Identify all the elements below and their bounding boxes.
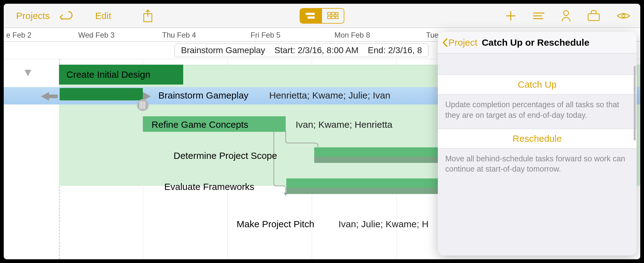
- toolbar: Projects Edit: [4, 4, 640, 28]
- popover-arrow: [598, 32, 609, 33]
- eye-icon[interactable]: [616, 11, 631, 21]
- view-segmented-control[interactable]: [300, 8, 344, 24]
- date-label: Mon Feb 8: [334, 31, 370, 39]
- completion-knob-icon[interactable]: [136, 98, 150, 112]
- date-label: e Feb 2: [6, 31, 31, 39]
- task-assignees: Ivan; Julie; Kwame; H: [338, 219, 429, 229]
- info-task-name: Brainstorm Gameplay: [181, 45, 265, 55]
- svg-rect-8: [336, 16, 338, 19]
- date-label: Wed Feb 3: [78, 31, 115, 39]
- catch-up-button[interactable]: Catch Up: [438, 75, 637, 95]
- svg-marker-12: [41, 92, 49, 101]
- scroll-indicator[interactable]: [634, 66, 636, 141]
- svg-point-11: [622, 14, 625, 17]
- task-info-capsule[interactable]: Brainstorm Gameplay Start: 2/3/16, 8:00 …: [175, 44, 429, 57]
- app-window: Projects Edit: [4, 4, 640, 259]
- share-icon[interactable]: [142, 9, 153, 23]
- task-bar[interactable]: [60, 88, 143, 100]
- svg-rect-6: [328, 16, 331, 19]
- svg-rect-2: [307, 16, 315, 19]
- svg-point-9: [564, 11, 569, 16]
- person-icon[interactable]: [561, 10, 571, 22]
- edit-button[interactable]: Edit: [95, 11, 111, 21]
- svg-rect-13: [49, 95, 58, 98]
- briefcase-icon[interactable]: [587, 10, 601, 22]
- back-label: Project: [448, 37, 477, 48]
- chevron-left-icon: [442, 37, 448, 48]
- task-label: Brainstorm Gameplay: [158, 90, 248, 101]
- task-label: Determine Project Scope: [174, 150, 277, 161]
- date-label: Fri Feb 5: [251, 31, 280, 39]
- disclosure-triangle-icon[interactable]: ▼: [22, 66, 34, 79]
- levels-icon[interactable]: [532, 11, 545, 21]
- catch-up-popover: Project Catch Up or Reschedule Catch Up …: [438, 32, 637, 256]
- svg-rect-3: [328, 12, 331, 15]
- date-label: Tue: [426, 31, 438, 39]
- reschedule-description: Move all behind-schedule tasks forward s…: [438, 149, 637, 183]
- svg-rect-4: [332, 12, 335, 15]
- svg-rect-1: [306, 13, 315, 15]
- add-icon[interactable]: [505, 10, 517, 22]
- back-button[interactable]: Project: [442, 37, 477, 48]
- popover-header: Project Catch Up or Reschedule: [438, 32, 637, 53]
- group-bar[interactable]: Create Initial Design: [59, 65, 183, 85]
- catch-up-description: Update completion percentages of all tas…: [438, 95, 637, 129]
- task-label: Evaluate Frameworks: [164, 182, 254, 192]
- group-label: Create Initial Design: [66, 69, 150, 80]
- info-start: Start: 2/3/16, 8:00 AM: [274, 45, 359, 55]
- task-bar[interactable]: [314, 147, 445, 163]
- task-assignees: Ivan; Kwame; Henrietta: [296, 119, 392, 130]
- task-label: Make Project Pitch: [237, 219, 314, 229]
- svg-rect-5: [336, 12, 338, 15]
- task-label: Refine Game Concepts: [152, 119, 248, 130]
- svg-rect-10: [588, 14, 599, 21]
- svg-rect-7: [332, 16, 335, 19]
- reschedule-button[interactable]: Reschedule: [438, 129, 637, 149]
- projects-button[interactable]: Projects: [16, 11, 50, 21]
- task-assignees: Henrietta; Kwame; Julie; Ivan: [269, 90, 390, 101]
- date-label: Thu Feb 4: [162, 31, 196, 39]
- gantt-view-segment[interactable]: [300, 9, 322, 23]
- popover-title: Catch Up or Reschedule: [482, 37, 589, 48]
- undo-icon[interactable]: [59, 10, 73, 21]
- grid-view-segment[interactable]: [322, 9, 344, 23]
- info-end: End: 2/3/16, 8: [368, 45, 422, 55]
- task-bar[interactable]: [286, 178, 445, 194]
